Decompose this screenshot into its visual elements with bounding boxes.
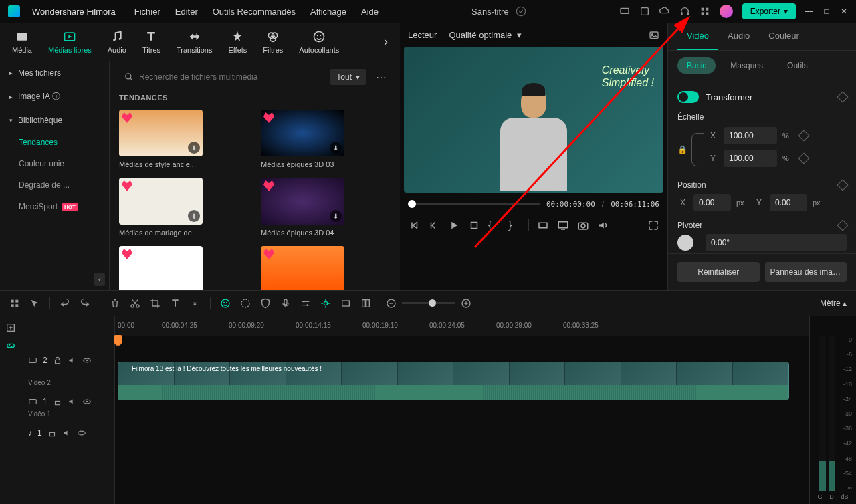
- camera-icon[interactable]: [577, 219, 589, 231]
- meter-toggle[interactable]: Mètre ▴: [820, 299, 847, 308]
- select-icon[interactable]: [29, 298, 40, 309]
- search-input[interactable]: [119, 68, 324, 86]
- zoom-out-icon[interactable]: [386, 298, 397, 309]
- crop-tl-icon[interactable]: [150, 298, 160, 309]
- mic-icon[interactable]: [280, 298, 291, 309]
- more-icon[interactable]: ⋯: [372, 71, 391, 84]
- tab-audio[interactable]: Audio: [108, 30, 126, 54]
- volume-icon[interactable]: [597, 219, 609, 231]
- filter-dropdown[interactable]: Tout▾: [330, 69, 366, 85]
- lock-icon[interactable]: [47, 428, 57, 438]
- eye-icon[interactable]: [77, 428, 86, 438]
- timeline-clip[interactable]: Filmora 13 est là ! Découvrez toutes les…: [118, 362, 789, 400]
- pos-x-input[interactable]: [693, 194, 731, 211]
- tab-effects[interactable]: Effets: [228, 30, 247, 54]
- pos-y-input[interactable]: [770, 194, 807, 211]
- menu-help[interactable]: Aide: [361, 7, 379, 17]
- seek-slider[interactable]: [408, 203, 540, 205]
- arrange-icon[interactable]: [9, 298, 20, 309]
- insp-subtab-basic[interactable]: Basic: [677, 57, 716, 74]
- transform-toggle[interactable]: [677, 91, 699, 103]
- prev-clip-icon[interactable]: [408, 219, 420, 231]
- menu-view[interactable]: Affichage: [310, 7, 346, 17]
- menu-file[interactable]: Fichier: [134, 7, 160, 17]
- device-icon[interactable]: [619, 6, 630, 17]
- sidebar-collapse-btn[interactable]: ‹: [94, 273, 105, 286]
- media-thumb[interactable]: ⬇ Médias épiques 3D 03: [261, 110, 391, 168]
- tab-transitions[interactable]: Transitions: [177, 30, 212, 54]
- lock-icon[interactable]: 🔒: [677, 145, 687, 154]
- keyframe-diamond-icon[interactable]: [837, 220, 849, 231]
- sidebar-ai-image[interactable]: Image IA ⓘ: [0, 84, 109, 109]
- image-panel-button[interactable]: Panneau des imag...: [765, 262, 847, 282]
- track-header-v2[interactable]: 2: [21, 339, 114, 382]
- mute-icon[interactable]: [62, 428, 72, 438]
- display-icon[interactable]: [557, 219, 569, 231]
- media-thumb[interactable]: ⬇ Médias épiques 3D 04: [261, 178, 391, 237]
- speed-icon[interactable]: [240, 298, 251, 309]
- playhead[interactable]: [118, 316, 118, 504]
- sidebar-my-files[interactable]: Mes fichiers: [0, 61, 109, 84]
- eye-icon[interactable]: [82, 356, 92, 365]
- zoom-slider[interactable]: [402, 302, 455, 304]
- tab-stickers[interactable]: Autocollants: [299, 30, 339, 54]
- undo-icon[interactable]: [60, 298, 70, 309]
- keyframe-diamond-icon[interactable]: [798, 153, 810, 164]
- tab-media[interactable]: Média: [12, 30, 32, 54]
- layout1-icon[interactable]: [340, 298, 351, 309]
- download-icon[interactable]: ⬇: [188, 210, 200, 222]
- menu-edit[interactable]: Editer: [175, 7, 198, 17]
- download-icon[interactable]: ⬇: [188, 142, 200, 154]
- tab-scroll-right[interactable]: ›: [384, 35, 388, 49]
- reset-button[interactable]: Réinitialiser: [677, 262, 760, 282]
- apps-icon[interactable]: [700, 6, 710, 17]
- rotate-input[interactable]: [706, 234, 847, 251]
- play-icon[interactable]: [448, 219, 460, 231]
- lock-icon[interactable]: [53, 356, 62, 365]
- layout2-icon[interactable]: [360, 298, 371, 309]
- keyframe-diamond-icon[interactable]: [798, 130, 810, 142]
- fullscreen-icon[interactable]: [647, 219, 659, 231]
- track-header-a1[interactable]: ♪ 1: [21, 422, 114, 445]
- mute-icon[interactable]: [68, 397, 77, 406]
- maximize-button[interactable]: □: [823, 7, 831, 15]
- step-back-icon[interactable]: [428, 219, 440, 231]
- media-thumb[interactable]: [261, 246, 391, 290]
- scale-y-input[interactable]: [724, 150, 777, 167]
- video-preview[interactable]: CreativelySimplified !: [404, 47, 663, 193]
- shield-icon[interactable]: [260, 298, 271, 309]
- link-track-button[interactable]: [3, 338, 19, 354]
- export-button[interactable]: Exporter▾: [742, 3, 796, 19]
- brace-close-icon[interactable]: }: [508, 219, 520, 231]
- scale-x-input[interactable]: [724, 127, 777, 144]
- sidebar-trending[interactable]: Tendances: [0, 132, 109, 153]
- ratio-icon[interactable]: [537, 219, 549, 231]
- eye-icon[interactable]: [82, 397, 92, 406]
- timeline-ruler[interactable]: 00:00 00:00:04:25 00:00:09:20 00:00:14:1…: [115, 316, 809, 336]
- sidebar-solid-color[interactable]: Couleur unie: [0, 153, 109, 174]
- more-tl-icon[interactable]: [190, 298, 201, 309]
- tab-titles[interactable]: Titres: [142, 30, 160, 54]
- sidebar-library[interactable]: Bibliothèque: [0, 109, 109, 132]
- text-tl-icon[interactable]: [170, 298, 181, 309]
- insp-subtab-tools[interactable]: Outils: [778, 57, 817, 74]
- cloud-icon[interactable]: [659, 6, 670, 17]
- track-area[interactable]: 00:00 00:00:04:25 00:00:09:20 00:00:14:1…: [115, 316, 809, 504]
- adjust-icon[interactable]: [300, 298, 311, 309]
- lock-icon[interactable]: [53, 397, 62, 406]
- add-track-button[interactable]: [3, 320, 19, 336]
- ai-icon[interactable]: [220, 298, 231, 309]
- menu-tools[interactable]: Outils Recommandés: [213, 7, 296, 17]
- tab-filters[interactable]: Filtres: [263, 30, 283, 54]
- redo-icon[interactable]: [80, 298, 90, 309]
- stop-icon[interactable]: [468, 219, 480, 231]
- media-thumb[interactable]: [119, 246, 249, 290]
- snapshot-icon[interactable]: [649, 29, 659, 40]
- rotate-knob[interactable]: [677, 235, 693, 251]
- cut-icon[interactable]: [130, 298, 140, 309]
- user-avatar[interactable]: [720, 5, 733, 18]
- keyframe-diamond-icon[interactable]: [837, 92, 849, 103]
- sidebar-mercisport[interactable]: MerciSportHOT: [0, 196, 109, 217]
- track-header-v1[interactable]: 1: [21, 390, 114, 413]
- download-icon[interactable]: ⬇: [330, 142, 342, 154]
